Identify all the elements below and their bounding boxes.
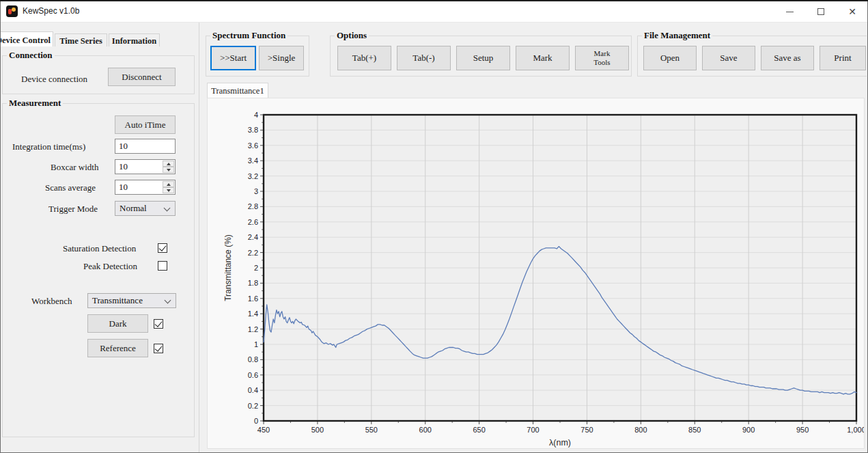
svg-text:1.6: 1.6: [248, 294, 258, 303]
svg-text:550: 550: [365, 426, 378, 434]
scans-average-label: Scans average: [45, 182, 96, 193]
boxcar-down-icon[interactable]: [163, 167, 174, 173]
save-as-button[interactable]: Save as: [761, 46, 814, 70]
svg-text:500: 500: [311, 426, 324, 434]
scans-down-icon[interactable]: [163, 187, 174, 193]
app-icon-yellow-dot: [12, 8, 16, 12]
svg-text:900: 900: [742, 426, 755, 434]
svg-text:0.6: 0.6: [248, 371, 258, 379]
device-control-panel: Device Control Time Series Information C…: [0, 23, 199, 453]
svg-text:950: 950: [796, 426, 809, 434]
svg-text:4: 4: [254, 111, 258, 119]
window-left-border: [0, 1, 1, 453]
spectrum-function-group: Spectrum Function >>Start >Single: [206, 36, 309, 77]
saturation-detection-label: Saturation Detection: [63, 243, 136, 254]
tab-plus-button[interactable]: Tab(+): [337, 46, 391, 70]
scans-average-stepper[interactable]: 10: [115, 180, 176, 195]
window-title: KewSpec v1.0b: [23, 6, 79, 16]
spectrum-function-title: Spectrum Function: [210, 30, 288, 41]
svg-text:0: 0: [254, 417, 258, 425]
svg-text:1: 1: [254, 340, 258, 348]
minimize-button[interactable]: [774, 1, 805, 22]
mark-button[interactable]: Mark: [516, 46, 570, 70]
spectrum-chart-panel: 00.20.40.60.811.21.41.61.822.22.42.62.83…: [207, 98, 865, 449]
print-button[interactable]: Print: [820, 46, 866, 70]
integration-time-input[interactable]: 10: [115, 139, 176, 154]
connection-group: Connection Device connection Disconnect: [2, 55, 195, 94]
svg-text:2.6: 2.6: [248, 218, 258, 226]
svg-text:3.4: 3.4: [248, 156, 258, 165]
tab-time-series[interactable]: Time Series: [55, 33, 107, 46]
setup-button[interactable]: Setup: [456, 46, 510, 70]
boxcar-up-icon[interactable]: [163, 161, 174, 167]
minimize-icon: [786, 12, 794, 12]
svg-text:600: 600: [419, 426, 432, 434]
workbench-label: Workbench: [31, 296, 72, 307]
svg-text:0.2: 0.2: [248, 402, 258, 410]
file-management-title: File Management: [642, 30, 712, 41]
svg-text:850: 850: [688, 426, 701, 434]
boxcar-width-value: 10: [119, 161, 128, 172]
mark-tools-button[interactable]: Mark Tools: [575, 46, 629, 70]
svg-text:3: 3: [254, 187, 258, 195]
options-group: Options Tab(+) Tab(-) Setup Mark Mark To…: [330, 36, 632, 77]
file-management-group: File Management Open Save Save as Print: [637, 36, 867, 77]
svg-text:750: 750: [580, 426, 593, 434]
device-connection-label: Device connection: [21, 74, 87, 85]
reference-button[interactable]: Reference: [87, 339, 148, 357]
start-button[interactable]: >>Start: [210, 46, 256, 70]
trigger-mode-select[interactable]: Normal: [115, 201, 176, 216]
close-button[interactable]: ✕: [837, 1, 868, 22]
save-button[interactable]: Save: [702, 46, 755, 70]
maximize-button[interactable]: [805, 1, 837, 22]
svg-text:1,000: 1,000: [847, 426, 864, 434]
svg-text:800: 800: [634, 426, 647, 434]
svg-text:1.8: 1.8: [248, 279, 258, 287]
connection-group-title: Connection: [7, 50, 55, 61]
close-icon: ✕: [848, 8, 856, 15]
options-title: Options: [335, 30, 369, 41]
tab-device-control[interactable]: Device Control: [0, 31, 53, 46]
single-button[interactable]: >Single: [259, 46, 304, 70]
title-bar: KewSpec v1.0b ✕: [0, 1, 868, 23]
workbench-select[interactable]: Transmittance: [87, 293, 176, 308]
auto-itime-button[interactable]: Auto iTime: [115, 115, 176, 134]
svg-text:3.8: 3.8: [248, 126, 258, 134]
svg-text:0.8: 0.8: [248, 355, 258, 363]
workbench-chevron-down-icon: [165, 297, 171, 304]
svg-text:650: 650: [473, 426, 485, 434]
integration-time-label: Integration time(ms): [12, 141, 85, 152]
svg-text:2.8: 2.8: [248, 202, 258, 210]
svg-text:1.2: 1.2: [248, 325, 258, 333]
scans-up-icon[interactable]: [163, 181, 174, 187]
svg-text:1.4: 1.4: [248, 310, 258, 318]
dark-checkbox[interactable]: [154, 319, 163, 329]
svg-text:λ(nm): λ(nm): [549, 438, 571, 448]
saturation-detection-checkbox[interactable]: [158, 243, 167, 253]
transmittance-chart[interactable]: 00.20.40.60.811.21.41.61.822.22.42.62.83…: [208, 98, 864, 448]
svg-text:3.6: 3.6: [248, 141, 258, 150]
app-icon: [6, 5, 18, 17]
boxcar-width-stepper[interactable]: 10: [115, 159, 176, 174]
measurement-group-title: Measurement: [7, 98, 63, 109]
workbench-value: Transmittance: [92, 295, 143, 305]
tab-information[interactable]: Information: [109, 33, 160, 46]
open-button[interactable]: Open: [643, 46, 697, 70]
svg-text:2.4: 2.4: [248, 233, 258, 241]
peak-detection-checkbox[interactable]: [158, 261, 167, 271]
svg-text:2.2: 2.2: [248, 249, 258, 257]
boxcar-width-label: Boxcar width: [51, 162, 98, 173]
tab-transmittance1[interactable]: Transmittance1: [207, 83, 268, 98]
trigger-mode-value: Normal: [120, 203, 147, 213]
measurement-group: Measurement Auto iTime Integration time(…: [2, 103, 195, 437]
maximize-icon: [817, 8, 824, 15]
svg-text:700: 700: [527, 426, 539, 434]
svg-text:2: 2: [254, 264, 258, 272]
svg-text:0.4: 0.4: [248, 386, 258, 394]
svg-text:450: 450: [257, 426, 270, 434]
svg-text:3.2: 3.2: [248, 172, 258, 180]
reference-checkbox[interactable]: [154, 344, 163, 353]
disconnect-button[interactable]: Disconnect: [108, 68, 176, 86]
dark-button[interactable]: Dark: [87, 314, 148, 333]
tab-minus-button[interactable]: Tab(-): [397, 46, 451, 70]
